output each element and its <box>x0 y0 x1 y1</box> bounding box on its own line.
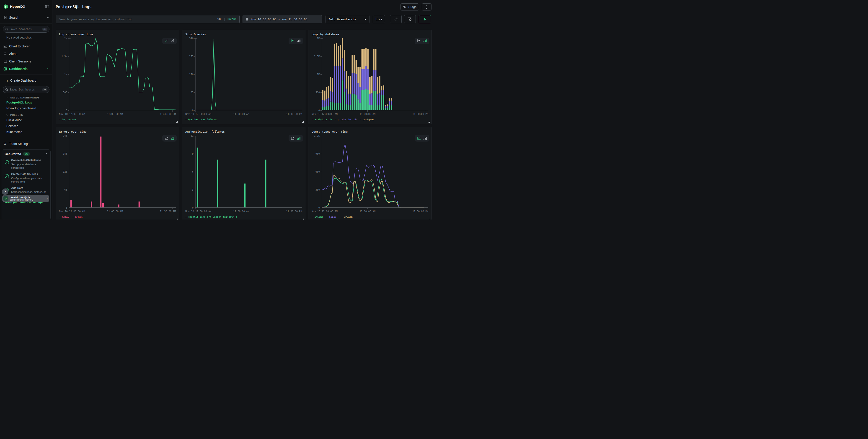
legend-item[interactable]: — countIf(like(arr..ation failed%')) <box>185 215 237 219</box>
sidebar-item-team-settings[interactable]: ⚙ Team Settings <box>0 140 52 147</box>
x-axis-labels: Nov 10 12:00:00 AM11:00:00 AM11:30:00 PM <box>195 113 302 116</box>
legend-item[interactable]: — postgres <box>360 118 374 122</box>
chart-legend: — FATAL— ERROR <box>59 215 176 219</box>
event-search-input[interactable] <box>59 18 216 21</box>
chart-plot[interactable] <box>321 38 428 112</box>
user-menu[interactable]: D dominic.tran@clic... dominic.tran@clic… <box>2 195 49 202</box>
x-axis-tick: 11:30:00 PM <box>160 210 176 213</box>
chart-title: Authentication failures <box>185 130 302 133</box>
saved-dashboards-field[interactable] <box>9 88 41 91</box>
sidebar-item-client-sessions[interactable]: Client Sessions <box>0 58 52 65</box>
tag-icon <box>403 5 406 9</box>
line-view-icon[interactable] <box>291 39 294 42</box>
tags-button[interactable]: 0 Tags <box>401 3 419 10</box>
x-axis-tick: Nov 10 12:00:00 AM <box>59 113 85 115</box>
resize-handle[interactable] <box>302 219 304 220</box>
run-query-button[interactable] <box>419 15 431 23</box>
bar-view-icon[interactable] <box>297 39 301 42</box>
sidebar-item-postgresql-logs[interactable]: PostgreSQL Logs <box>0 99 52 105</box>
chart-plot[interactable] <box>69 38 176 112</box>
get-started-item[interactable]: Connect to ClickHouse Set up your databa… <box>5 159 48 169</box>
saved-dashboards-input[interactable]: ⌘K <box>3 86 50 93</box>
saved-searches-field[interactable] <box>9 28 41 31</box>
user-email: dominic.tran@clickho... <box>10 198 45 201</box>
legend-item[interactable]: — ERROR <box>72 215 82 219</box>
saved-dashboards-section[interactable]: SAVED DASHBOARDS <box>0 93 52 99</box>
x-axis-tick: 11:30:00 PM <box>412 210 428 213</box>
sidebar-item-clickhouse[interactable]: ClickHouse <box>0 116 52 122</box>
chart-plot[interactable] <box>195 38 302 112</box>
sql-toggle[interactable]: SQL <box>217 18 222 21</box>
legend-item[interactable]: — production_db <box>335 118 357 122</box>
sidebar-item-nginx-logs-dashboard[interactable]: Nginx logs dashboard <box>0 105 52 110</box>
line-view-icon[interactable] <box>291 137 294 140</box>
live-button[interactable]: Live <box>373 15 385 23</box>
date-range-picker[interactable]: Nov 10 00:00:00 - Nov 11 00:00:00 <box>243 15 322 23</box>
y-axis-labels: 129630 <box>185 136 195 208</box>
chevron-up-icon[interactable] <box>47 68 49 69</box>
presets-section[interactable]: PRESETS <box>0 110 52 116</box>
x-axis-tick: 11:00:00 AM <box>233 210 249 213</box>
legend-item[interactable]: — SELECT <box>327 215 338 219</box>
bar-view-icon[interactable] <box>297 137 301 140</box>
legend-item[interactable]: — Queries over 1000 ms <box>185 118 217 122</box>
calendar-icon <box>246 18 249 21</box>
event-search[interactable]: SQL | Lucene <box>56 15 240 23</box>
granularity-select[interactable]: Auto Granularity <box>326 15 370 23</box>
sidebar-item-chart-explorer[interactable]: Chart Explorer <box>0 43 52 50</box>
sidebar-item-services[interactable]: Services <box>0 122 52 128</box>
chart-view-toggle <box>415 135 429 142</box>
chevron-up-icon[interactable] <box>47 17 49 18</box>
sidebar-item-alerts[interactable]: Alerts <box>0 51 52 57</box>
resize-handle[interactable] <box>429 121 430 123</box>
y-axis-labels: 2K1.5K1K5000 <box>59 38 69 110</box>
resize-handle[interactable] <box>176 219 178 220</box>
lucene-toggle[interactable]: Lucene <box>227 18 237 21</box>
legend-item[interactable]: — UPDATE <box>341 215 352 219</box>
bar-view-icon[interactable] <box>171 137 174 140</box>
chevron-up-icon[interactable] <box>45 153 48 155</box>
x-axis-tick: Nov 10 12:00:00 AM <box>185 210 211 213</box>
bar-view-icon[interactable] <box>424 39 427 42</box>
search-icon <box>5 88 8 91</box>
sidebar-item-label: Team Settings <box>9 142 29 146</box>
chart-plot[interactable] <box>69 136 176 209</box>
chart-plot[interactable] <box>195 136 302 209</box>
saved-searches-input[interactable]: ⌘K <box>3 26 50 33</box>
x-axis-tick: Nov 10 12:00:00 AM <box>59 210 85 213</box>
resize-handle[interactable] <box>429 219 430 220</box>
sidebar-item-dashboards[interactable]: Dashboards <box>0 65 52 72</box>
no-saved-searches-text: No saved searches <box>0 33 52 39</box>
more-options-button[interactable] <box>422 3 432 10</box>
help-button[interactable]: ? <box>2 188 8 195</box>
dashboard-grid: Log volume over time 2K1.5K1K5000 Nov 10… <box>56 30 432 220</box>
bar-view-icon[interactable] <box>424 137 427 140</box>
legend-item[interactable]: — FATAL <box>59 215 69 219</box>
create-dashboard-button[interactable]: + Create Dashboard <box>0 77 52 84</box>
refresh-button[interactable] <box>390 15 402 23</box>
line-view-icon[interactable] <box>417 39 421 42</box>
get-started-progress-badge: 3/3 <box>23 152 30 156</box>
line-view-icon[interactable] <box>417 137 421 140</box>
line-view-icon[interactable] <box>165 137 168 140</box>
legend-item[interactable]: — analytics_db <box>312 118 332 122</box>
chart-title: Query types over time <box>312 130 428 133</box>
bar-view-icon[interactable] <box>171 39 174 42</box>
sidebar-item-search[interactable]: Search <box>0 14 52 21</box>
legend-item[interactable]: — Log volume <box>59 118 76 122</box>
resize-handle[interactable] <box>302 121 304 123</box>
shortcut-badge: ⌘K <box>42 88 48 91</box>
sidebar: HyperDX Search ⌘K No saved searches Char… <box>0 0 53 220</box>
filter-button[interactable] <box>404 15 416 23</box>
sidebar-item-kubernetes[interactable]: Kubernetes <box>0 128 52 134</box>
chart-plot[interactable] <box>321 136 428 209</box>
chart-panel-query-types: Query types over time 1.2K9006003000 Nov… <box>308 127 432 220</box>
x-axis-tick: Nov 10 12:00:00 AM <box>312 113 338 115</box>
collapse-sidebar-icon[interactable] <box>45 5 49 8</box>
get-started-item[interactable]: Create Data Sources Configure where your… <box>5 173 48 184</box>
divider <box>0 74 52 75</box>
sidebar-item-label: Search <box>9 16 19 20</box>
line-view-icon[interactable] <box>165 39 168 42</box>
resize-handle[interactable] <box>176 121 178 123</box>
legend-item[interactable]: — INSERT <box>312 215 323 219</box>
